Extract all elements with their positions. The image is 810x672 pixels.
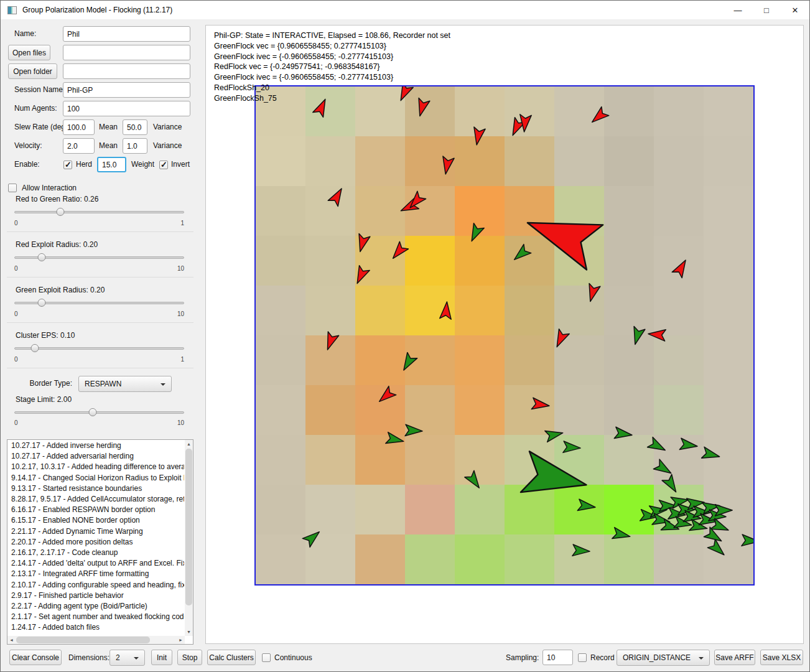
simulation-canvas[interactable]	[254, 85, 755, 586]
list-item[interactable]: 2.16.17, 2.17.17 - Code cleanup	[7, 548, 184, 558]
slew-rate-variance-label: Variance	[153, 119, 182, 135]
herd-weight-input[interactable]	[97, 157, 126, 172]
slider-thumb[interactable]	[88, 408, 96, 416]
metric-combo[interactable]: ORIGIN_DISTANCE	[617, 650, 710, 666]
open-folder-path-input[interactable]	[63, 63, 190, 79]
stop-button[interactable]: Stop	[177, 650, 202, 665]
status-readout: Phil-GP: State = INTERACTIVE, Elapsed = …	[214, 30, 450, 104]
slew-rate-variance-input[interactable]	[123, 119, 147, 135]
border-type-value: RESPAWN	[85, 380, 121, 388]
record-checkbox[interactable]	[578, 653, 587, 662]
open-folder-button[interactable]: Open folder	[8, 63, 57, 79]
minimize-button[interactable]: —	[724, 1, 752, 19]
maximize-button[interactable]: □	[752, 1, 781, 19]
velocity-variance-input[interactable]	[123, 138, 147, 154]
init-button[interactable]: Init	[151, 650, 172, 665]
control-sidebar: Name: Open files Open folder Session Nam…	[1, 19, 205, 671]
allow-interaction-checkbox[interactable]	[8, 184, 17, 192]
tick-max: 1	[180, 220, 184, 226]
herd-checkbox[interactable]	[63, 161, 72, 169]
continuous-checkbox[interactable]	[262, 653, 271, 662]
red-exploit-radius-slider[interactable]	[14, 253, 184, 262]
tick-min: 0	[14, 419, 18, 426]
scroll-right-icon[interactable]: ►	[177, 636, 185, 644]
num-agents-input[interactable]	[63, 101, 190, 116]
name-label: Name:	[14, 26, 36, 42]
session-name-input[interactable]	[63, 82, 190, 98]
status-line: GreenFlock vec = {0.9606558455; 0.277741…	[214, 41, 450, 52]
status-line: Phil-GP: State = INTERACTIVE, Elapsed = …	[214, 30, 450, 41]
scroll-down-icon[interactable]: ▼	[185, 628, 193, 636]
green-exploit-radius-slider[interactable]	[14, 299, 184, 307]
scrollbar-thumb[interactable]	[16, 637, 150, 643]
num-agents-label: Num Agents:	[14, 101, 57, 116]
sampling-input[interactable]	[542, 650, 573, 665]
red-green-ratio-slider[interactable]	[14, 208, 184, 217]
list-item[interactable]: 2.14.17 - Added 'delta' output to ARFF a…	[7, 558, 184, 569]
open-files-button[interactable]: Open files	[8, 45, 50, 60]
list-item[interactable]: 2.20.17 - Added more position deltas	[7, 537, 184, 548]
list-item[interactable]: 2.21.17 - Added Dynamic Time Warping	[7, 526, 184, 537]
list-item[interactable]: 6.15.17 - Enabled NONE border option	[7, 515, 184, 526]
name-input[interactable]	[63, 26, 190, 42]
stage-limit-label: Stage Limit: 2.00	[16, 395, 72, 404]
separator	[7, 277, 193, 278]
slider-thumb[interactable]	[56, 208, 64, 216]
velocity-label: Velocity:	[14, 138, 42, 154]
border-type-combo[interactable]: RESPAWN	[78, 376, 172, 392]
changelog-list[interactable]: 10.27.17 - Added inverse herding 10.27.1…	[7, 439, 193, 645]
save-arff-button[interactable]: Save ARFF	[714, 650, 755, 665]
list-item[interactable]: 8.28.17, 9.5.17 - Added CellAccumulator …	[7, 494, 184, 505]
slew-rate-mean-label: Mean	[99, 119, 118, 135]
close-button[interactable]: ✕	[781, 1, 809, 19]
scrollbar-thumb[interactable]	[185, 449, 192, 605]
open-files-path-input[interactable]	[63, 45, 190, 60]
list-item[interactable]: 10.27.17 - Added adversarial herding	[7, 451, 184, 462]
status-line: RedFlock vec = {-0.249577541; -0.9683548…	[214, 62, 450, 72]
list-item[interactable]: 2.9.17 - Finished particle behavior	[7, 590, 184, 601]
slew-rate-mean-input[interactable]	[63, 119, 95, 135]
cluster-eps-label: Cluster EPS: 0.10	[16, 331, 75, 340]
chevron-down-icon	[161, 383, 165, 386]
metric-value: ORIGIN_DISTANCE	[623, 653, 691, 662]
calc-clusters-button[interactable]: Calc Clusters	[207, 650, 256, 665]
dimensions-value: 2	[116, 653, 120, 662]
tick-min: 0	[14, 220, 18, 226]
chevron-down-icon	[134, 657, 139, 660]
velocity-mean-input[interactable]	[63, 138, 95, 154]
list-item[interactable]: 6.16.17 - Enabled RESPAWN border option	[7, 505, 184, 515]
slider-track	[14, 347, 184, 350]
tick-max: 10	[177, 310, 184, 317]
list-item[interactable]: 2.13.17 - Integrated ARFF time formattin…	[7, 569, 184, 579]
dimensions-label: Dimensions:	[68, 650, 109, 666]
cluster-eps-slider[interactable]	[14, 344, 184, 353]
list-item[interactable]: 1.24.17 - Added batch files	[7, 622, 184, 633]
vertical-scrollbar[interactable]: ▲ ▼	[185, 440, 193, 636]
list-item[interactable]: 9.14.17 - Changed Social Horizon Radius …	[7, 473, 184, 483]
stage-limit-slider[interactable]	[14, 408, 184, 417]
separator	[7, 368, 193, 368]
slider-thumb[interactable]	[37, 299, 45, 307]
tick-max: 10	[177, 419, 184, 426]
continuous-label: Continuous	[274, 650, 312, 666]
slider-thumb[interactable]	[37, 253, 45, 261]
list-item[interactable]: 2.2.17 - Adding agent type (Boid/Particl…	[7, 601, 184, 612]
list-item[interactable]: 9.13.17 - Started resistance boundaries	[7, 483, 184, 494]
allow-interaction-label: Allow Interaction	[22, 180, 77, 196]
list-item[interactable]: 2.10.17 - Adding configurable speed and …	[7, 580, 184, 590]
slider-thumb[interactable]	[30, 344, 39, 352]
list-item[interactable]: 2.1.17 - Set agent number and tweaked fl…	[7, 612, 184, 622]
invert-checkbox[interactable]	[159, 161, 168, 169]
invert-label: Invert	[171, 157, 190, 172]
clear-console-button[interactable]: Clear Console	[9, 650, 62, 665]
tick-max: 10	[177, 265, 184, 272]
velocity-variance-label: Variance	[153, 138, 182, 154]
list-item[interactable]: 10.27.17 - Added inverse herding	[7, 441, 184, 451]
scroll-up-icon[interactable]: ▲	[185, 440, 193, 448]
dimensions-combo[interactable]: 2	[109, 650, 145, 666]
horizontal-scrollbar[interactable]: ◄ ►	[7, 636, 185, 644]
tick-min: 0	[14, 356, 18, 363]
scroll-left-icon[interactable]: ◄	[7, 636, 16, 644]
list-item[interactable]: 10.2.17, 10.3.17 - Added heading differe…	[7, 462, 184, 472]
save-xlsx-button[interactable]: Save XLSX	[760, 650, 803, 665]
